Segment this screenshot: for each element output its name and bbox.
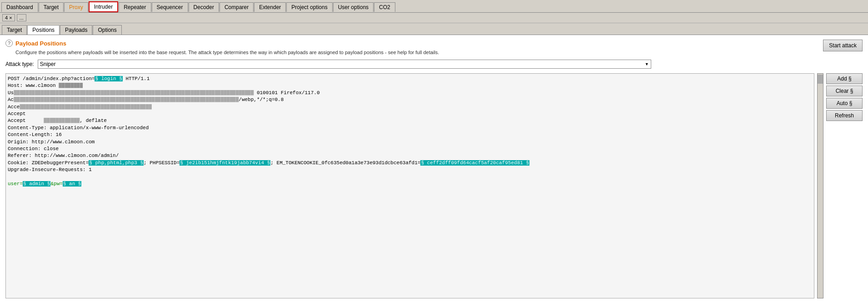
tab-repeater[interactable]: Repeater: [119, 2, 151, 12]
tab-proxy[interactable]: Proxy: [64, 2, 88, 12]
editor-scrollbar[interactable]: [817, 73, 823, 298]
add-section-button[interactable]: Add §: [826, 73, 863, 84]
tab-user-options[interactable]: User options: [333, 2, 374, 12]
tab-target[interactable]: Target: [39, 2, 64, 12]
tab-extender[interactable]: Extender: [254, 2, 286, 12]
req-line-13: Cookie: ZDEDebuggerPresent=§ php,phtml,p…: [8, 160, 812, 167]
tab-project-options[interactable]: Project options: [286, 2, 332, 12]
tab-positions[interactable]: Positions: [27, 25, 60, 35]
req-line-14: Upgrade-Insecure-Requests: 1: [8, 167, 812, 173]
tab-dashboard[interactable]: Dashboard: [1, 2, 38, 12]
attack-type-label: Attack type:: [5, 61, 34, 67]
dropdown-arrow-icon: ▼: [645, 62, 649, 66]
section-title: Payload Positions: [15, 40, 66, 47]
side-buttons: Add § Clear § Auto § Refresh: [826, 73, 863, 298]
help-icon[interactable]: ?: [5, 40, 13, 47]
scrollbar-thumb: [818, 75, 823, 84]
top-navigation: Dashboard Target Proxy Intruder Repeater…: [0, 0, 868, 13]
attack-type-select[interactable]: Sniper ▼: [38, 60, 651, 69]
req-line-8: Content-Type: application/x-www-form-url…: [8, 125, 812, 131]
tab-sequencer[interactable]: Sequencer: [152, 2, 188, 12]
attack-type-value: Sniper: [40, 61, 56, 67]
req-line-body: user=§ admin §&pw=§ an §: [8, 181, 812, 187]
app-window: Dashboard Target Proxy Intruder Repeater…: [0, 0, 868, 303]
tab-co2[interactable]: CO2: [374, 2, 395, 12]
req-line-blank: [8, 173, 812, 180]
tab-target-inner[interactable]: Target: [2, 25, 27, 35]
second-tabs: Target Positions Payloads Options: [0, 23, 868, 35]
tab-payloads[interactable]: Payloads: [60, 25, 92, 35]
clear-section-button[interactable]: Clear §: [826, 86, 863, 96]
tab-options[interactable]: Options: [93, 25, 121, 35]
req-line-5: Acce████████████████████████████████████…: [8, 104, 812, 111]
req-line-9: Content-Length: 16: [8, 131, 812, 138]
sub-bar: 4 × ...: [0, 13, 868, 23]
main-content: Start attack ? Payload Positions Configu…: [0, 35, 868, 303]
req-line-12: Referer: http://www.clmoon.com/admin/: [8, 152, 812, 159]
req-line-2: Host: www.clmoon ████████: [8, 82, 812, 89]
req-line-1: POST /admin/index.php?action=§ login § H…: [8, 76, 812, 82]
req-line-4: Ac██████████████████████████████████████…: [8, 96, 812, 103]
req-line-11: Connection: close: [8, 146, 812, 152]
tab-intruder[interactable]: Intruder: [89, 1, 118, 12]
attack-type-row: Attack type: Sniper ▼: [5, 60, 863, 69]
section-description: Configure the positions where payloads w…: [15, 50, 863, 55]
request-editor[interactable]: POST /admin/index.php?action=§ login § H…: [5, 73, 814, 298]
req-line-6: Accept: [8, 111, 812, 117]
editor-container: POST /admin/index.php?action=§ login § H…: [5, 73, 863, 298]
req-line-10: Origin: http://www.clmoon.com: [8, 139, 812, 146]
section-header: ? Payload Positions: [5, 40, 863, 47]
more-tabs-button[interactable]: ...: [17, 14, 26, 21]
tab-decoder[interactable]: Decoder: [189, 2, 219, 12]
refresh-button[interactable]: Refresh: [826, 110, 863, 121]
tab-number[interactable]: 4 ×: [2, 14, 15, 21]
start-attack-button[interactable]: Start attack: [823, 40, 863, 51]
tab-comparer[interactable]: Comparer: [219, 2, 254, 12]
auto-section-button[interactable]: Auto §: [826, 98, 863, 109]
req-line-7: Accept ████████████, deflate: [8, 117, 812, 124]
req-line-3: Us██████████████████████████████████████…: [8, 90, 812, 96]
